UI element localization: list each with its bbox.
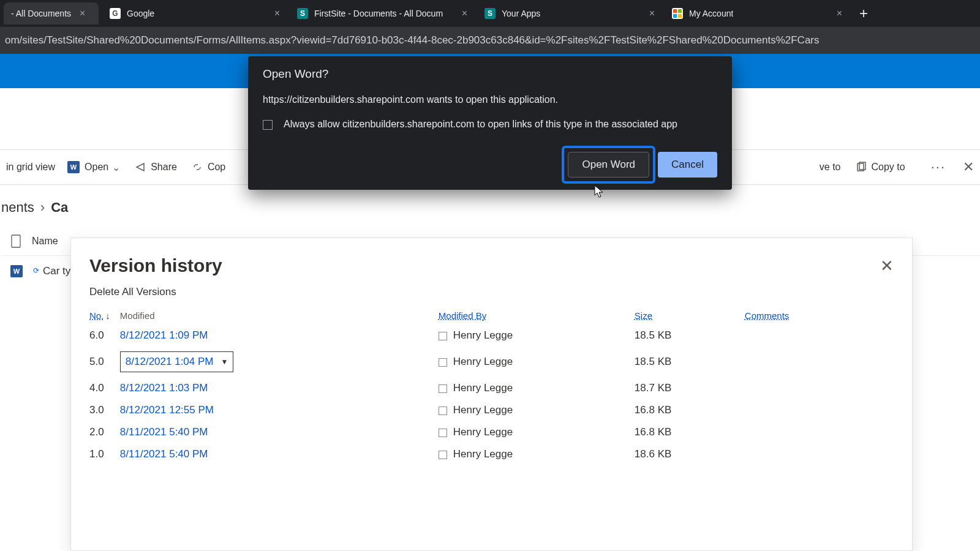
word-icon: W bbox=[67, 161, 80, 173]
checkbox-icon[interactable] bbox=[439, 384, 447, 393]
checkbox-icon[interactable] bbox=[263, 120, 273, 130]
cmd-label: Copy to bbox=[872, 162, 905, 173]
version-no: 6.0 bbox=[71, 324, 115, 347]
move-to-button[interactable]: ve to bbox=[820, 162, 841, 173]
col-modified[interactable]: Modified bbox=[115, 307, 434, 324]
version-row[interactable]: 5.08/12/2021 1:04 PM▼Henry Legge18.5 KB bbox=[71, 347, 912, 377]
cancel-button[interactable]: Cancel bbox=[658, 152, 717, 178]
breadcrumb-parent[interactable]: nents bbox=[1, 200, 34, 216]
close-icon[interactable]: ✕ bbox=[880, 257, 894, 276]
breadcrumb-current: Ca bbox=[51, 200, 68, 216]
checkbox-icon[interactable] bbox=[439, 429, 447, 437]
version-row[interactable]: 3.08/12/2021 12:55 PMHenry Legge16.8 KB bbox=[71, 399, 912, 421]
version-no: 5.0 bbox=[71, 347, 115, 377]
breadcrumb: nents › Ca bbox=[1, 185, 980, 227]
always-allow-label: Always allow citizenbuilders.sharepoint.… bbox=[284, 119, 677, 130]
version-row[interactable]: 2.08/11/2021 5:40 PMHenry Legge16.8 KB bbox=[71, 421, 912, 443]
version-modified-link[interactable]: 8/11/2021 5:40 PM bbox=[120, 426, 208, 438]
close-panel-button[interactable]: ✕ bbox=[963, 159, 974, 175]
version-row[interactable]: 4.08/12/2021 1:03 PMHenry Legge18.7 KB bbox=[71, 377, 912, 399]
delete-all-versions-link[interactable]: Delete All Versions bbox=[71, 286, 912, 307]
version-modified-link[interactable]: 8/12/2021 12:55 PM bbox=[120, 404, 214, 416]
checkbox-icon[interactable] bbox=[439, 332, 447, 340]
version-size: 18.5 KB bbox=[630, 347, 740, 377]
sharepoint-icon: S bbox=[297, 8, 308, 19]
tab-title: - All Documents bbox=[11, 9, 71, 18]
svg-rect-1 bbox=[678, 9, 682, 13]
cmd-label: Open bbox=[85, 162, 108, 173]
version-comments bbox=[740, 377, 912, 399]
close-icon[interactable]: × bbox=[274, 8, 280, 19]
version-comments bbox=[740, 324, 912, 347]
version-comments bbox=[740, 347, 912, 377]
tab-firstsite[interactable]: S FirstSite - Documents - All Docum × bbox=[290, 2, 473, 24]
svg-rect-3 bbox=[678, 14, 682, 18]
tab-all-documents[interactable]: - All Documents × bbox=[4, 2, 99, 24]
col-size[interactable]: Size bbox=[630, 307, 740, 324]
word-file-icon: W bbox=[1, 265, 32, 277]
tab-title: Your Apps bbox=[502, 9, 540, 18]
sharepoint-icon: S bbox=[484, 8, 496, 19]
version-modified-dropdown[interactable]: 8/12/2021 1:04 PM▼ bbox=[120, 351, 234, 372]
dialog-title: Open Word? bbox=[263, 67, 717, 81]
version-size: 16.8 KB bbox=[630, 399, 740, 421]
version-no: 2.0 bbox=[71, 421, 115, 443]
tab-title: Google bbox=[127, 9, 154, 18]
checkbox-icon[interactable] bbox=[439, 451, 447, 459]
tab-title: My Account bbox=[689, 9, 733, 18]
link-icon bbox=[192, 162, 203, 173]
open-button[interactable]: W Open ⌄ bbox=[67, 161, 120, 173]
version-no: 1.0 bbox=[71, 443, 115, 465]
dialog-body: https://citizenbuilders.sharepoint.com w… bbox=[263, 94, 717, 105]
copy-link-button[interactable]: Cop bbox=[192, 162, 225, 173]
copy-icon bbox=[856, 162, 867, 173]
close-icon[interactable]: × bbox=[837, 8, 842, 19]
version-table: No.↓ Modified Modified By Size Comments … bbox=[71, 307, 912, 465]
cmd-label: Cop bbox=[208, 162, 225, 173]
version-modified-link[interactable]: 8/12/2021 1:04 PM bbox=[126, 356, 214, 368]
always-allow-row[interactable]: Always allow citizenbuilders.sharepoint.… bbox=[263, 119, 717, 130]
version-row[interactable]: 1.08/11/2021 5:40 PMHenry Legge18.6 KB bbox=[71, 443, 912, 465]
version-by: Henry Legge bbox=[453, 404, 513, 416]
share-icon bbox=[135, 162, 146, 173]
sync-icon: ⟳ bbox=[33, 266, 39, 275]
tab-my-account[interactable]: My Account × bbox=[665, 2, 848, 24]
svg-rect-2 bbox=[673, 14, 677, 18]
version-history-panel: Version history ✕ Delete All Versions No… bbox=[70, 238, 913, 551]
chevron-right-icon: › bbox=[40, 200, 45, 216]
version-modified-link[interactable]: 8/12/2021 1:03 PM bbox=[120, 382, 208, 394]
checkbox-icon[interactable] bbox=[439, 407, 447, 415]
tab-google[interactable]: G Google × bbox=[102, 2, 286, 24]
version-comments bbox=[740, 399, 912, 421]
browser-tabstrip: - All Documents × G Google × S FirstSite… bbox=[0, 0, 980, 27]
url-bar[interactable]: om/sites/TestSite/Shared%20Documents/For… bbox=[0, 27, 980, 54]
version-row[interactable]: 6.08/12/2021 1:09 PMHenry Legge18.5 KB bbox=[71, 324, 912, 347]
version-comments bbox=[740, 443, 912, 465]
more-actions-button[interactable]: ··· bbox=[931, 159, 946, 175]
edit-grid-view-button[interactable]: in grid view bbox=[6, 162, 55, 173]
open-word-button[interactable]: Open Word bbox=[568, 152, 649, 178]
open-word-dialog: Open Word? https://citizenbuilders.share… bbox=[248, 56, 732, 190]
version-no: 3.0 bbox=[71, 399, 115, 421]
new-tab-button[interactable]: + bbox=[852, 5, 875, 22]
version-comments bbox=[740, 421, 912, 443]
close-icon[interactable]: × bbox=[649, 8, 655, 19]
sort-desc-icon: ↓ bbox=[105, 310, 110, 321]
column-name[interactable]: Name bbox=[32, 236, 58, 247]
cmd-label: in grid view bbox=[6, 162, 55, 173]
version-by: Henry Legge bbox=[453, 448, 513, 460]
copy-to-button[interactable]: Copy to bbox=[856, 162, 905, 173]
close-icon[interactable]: × bbox=[462, 8, 467, 19]
google-icon: G bbox=[110, 8, 121, 19]
version-modified-link[interactable]: 8/11/2021 5:40 PM bbox=[120, 448, 208, 460]
tab-your-apps[interactable]: S Your Apps × bbox=[477, 2, 661, 24]
chevron-down-icon: ⌄ bbox=[112, 162, 120, 173]
col-no[interactable]: No.↓ bbox=[71, 307, 115, 324]
col-comments[interactable]: Comments bbox=[740, 307, 912, 324]
close-icon[interactable]: × bbox=[80, 8, 85, 19]
col-modified-by[interactable]: Modified By bbox=[434, 307, 630, 324]
version-modified-link[interactable]: 8/12/2021 1:09 PM bbox=[120, 329, 208, 341]
share-button[interactable]: Share bbox=[135, 162, 177, 173]
checkbox-icon[interactable] bbox=[439, 358, 447, 367]
url-text: om/sites/TestSite/Shared%20Documents/For… bbox=[5, 34, 820, 47]
